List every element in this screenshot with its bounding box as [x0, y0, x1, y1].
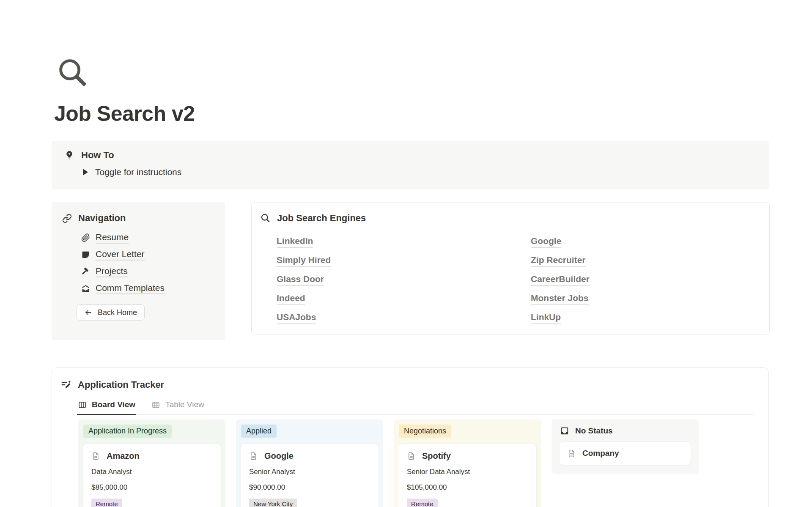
- nav-item-comm-templates: Comm Templates: [81, 282, 225, 294]
- toggle-label: Toggle for instructions: [95, 167, 181, 177]
- page-icon: [91, 452, 100, 460]
- engine-links-right: Google Zip Recruiter CareerBuilder Monst…: [531, 235, 590, 324]
- toggle-arrow-icon: [83, 169, 88, 175]
- column-application-in-progress: Application In Progress Amazon Data Anal: [78, 419, 225, 507]
- card-role: Senior Data Analyst: [407, 468, 528, 476]
- inbox-icon: [560, 426, 569, 436]
- paperclip-icon: [81, 233, 90, 242]
- linkedin-link[interactable]: LinkedIn: [277, 235, 313, 248]
- column-negotiations: Negotiations Spotify Senior Data Analyst: [394, 419, 541, 507]
- status-badge: Negotiations: [399, 425, 451, 438]
- careerbuilder-link[interactable]: CareerBuilder: [531, 273, 590, 286]
- usajobs-link[interactable]: USAJobs: [277, 311, 316, 324]
- page-icon: [249, 452, 258, 460]
- status-badge: Application In Progress: [83, 425, 172, 438]
- card-company: Amazon: [107, 451, 140, 461]
- application-tracker-panel: Application Tracker Board View: [52, 367, 769, 507]
- tab-table-view[interactable]: Table View: [151, 397, 205, 414]
- card-salary: $105,000.00: [407, 483, 528, 492]
- nav-item-cover-letter: Cover Letter: [81, 249, 225, 260]
- board-view-icon: [78, 400, 87, 409]
- tab-board-view[interactable]: Board View: [77, 397, 136, 414]
- column-no-status: No Status Company: [551, 419, 699, 474]
- back-home-label: Back Home: [98, 308, 137, 317]
- arrow-left-icon: [84, 308, 93, 317]
- projects-link[interactable]: Projects: [96, 266, 128, 277]
- search-icon: [260, 213, 271, 224]
- comm-templates-link[interactable]: Comm Templates: [96, 283, 165, 294]
- view-tabs: Board View Table View: [77, 397, 753, 415]
- simply-hired-link[interactable]: Simply Hired: [277, 254, 331, 267]
- google-link[interactable]: Google: [531, 235, 561, 248]
- application-tracker-title: Application Tracker: [78, 379, 164, 390]
- job-card-google[interactable]: Google Senior Analyst $90,000.00 New Yor…: [240, 444, 379, 507]
- navigation-title: Navigation: [78, 213, 126, 224]
- card-location-badge: Remote: [407, 499, 438, 507]
- page-icon: [407, 452, 416, 460]
- monster-jobs-link[interactable]: Monster Jobs: [531, 292, 589, 305]
- linkup-link[interactable]: LinkUp: [531, 311, 561, 324]
- resume-link[interactable]: Resume: [96, 232, 129, 244]
- page-title: Job Search v2: [54, 101, 195, 126]
- zip-recruiter-link[interactable]: Zip Recruiter: [531, 254, 586, 267]
- lightbulb-icon: [64, 150, 74, 160]
- nav-item-resume: Resume: [81, 232, 225, 244]
- instructions-toggle[interactable]: Toggle for instructions: [83, 167, 769, 177]
- job-card-spotify[interactable]: Spotify Senior Data Analyst $105,000.00 …: [398, 444, 537, 507]
- board-view-label: Board View: [92, 400, 135, 409]
- how-to-callout: How To Toggle for instructions: [52, 141, 769, 189]
- job-card-company[interactable]: Company: [559, 441, 691, 465]
- cover-letter-link[interactable]: Cover Letter: [96, 249, 145, 260]
- navigation-panel: Navigation Resume Cover Letter: [52, 202, 225, 340]
- engine-links-left: LinkedIn Simply Hired Glass Door Indeed …: [277, 235, 331, 324]
- no-status-label: No Status: [575, 426, 613, 436]
- page-icon: [567, 449, 576, 458]
- page: Job Search v2 How To Toggle for instruct…: [0, 0, 812, 507]
- note-icon: [81, 250, 90, 259]
- card-company: Company: [582, 449, 619, 458]
- indeed-link[interactable]: Indeed: [277, 292, 305, 305]
- card-role: Senior Analyst: [249, 468, 370, 476]
- table-view-icon: [151, 400, 160, 409]
- status-badge: Applied: [241, 425, 277, 438]
- nav-item-projects: Projects: [81, 266, 225, 277]
- compose-icon: [60, 379, 71, 390]
- job-card-amazon[interactable]: Amazon Data Analyst $85,000.00 Remote: [82, 444, 221, 507]
- card-role: Data Analyst: [91, 468, 212, 476]
- glass-door-link[interactable]: Glass Door: [277, 273, 324, 286]
- mail-open-icon: [81, 284, 90, 293]
- card-location-badge: Remote: [91, 499, 122, 507]
- job-search-engines-title: Job Search Engines: [277, 213, 366, 224]
- job-search-engines-panel: Job Search Engines LinkedIn Simply Hired…: [251, 203, 770, 334]
- card-company: Google: [264, 451, 294, 461]
- card-location-badge: New York City: [249, 499, 297, 507]
- link-icon: [62, 214, 72, 223]
- page-magnifier-icon: [55, 55, 90, 90]
- hammer-icon: [81, 267, 90, 276]
- card-company: Spotify: [422, 451, 451, 461]
- card-salary: $90,000.00: [249, 483, 370, 492]
- table-view-label: Table View: [165, 400, 204, 409]
- column-applied: Applied Google Senior Analyst: [236, 419, 383, 507]
- kanban-board: Application In Progress Amazon Data Anal: [78, 419, 699, 507]
- how-to-title: How To: [81, 150, 114, 161]
- card-salary: $85,000.00: [91, 483, 212, 492]
- back-home-button[interactable]: Back Home: [77, 304, 145, 321]
